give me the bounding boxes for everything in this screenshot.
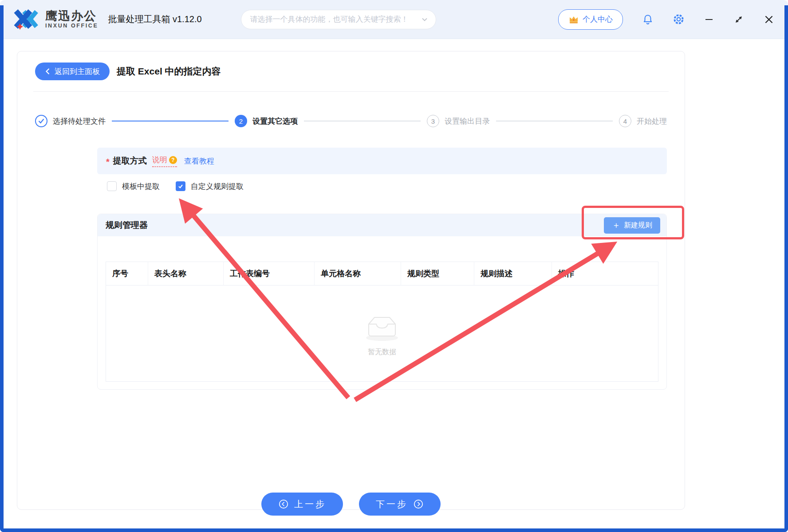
chevron-left-icon	[45, 68, 51, 75]
checkbox-template-extract[interactable]: 模板中提取	[107, 181, 160, 192]
step-label: 设置输出目录	[445, 116, 490, 126]
settings-gear-icon[interactable]	[673, 13, 685, 25]
rule-manager-body: 序号 表头名称 工作表编号 单元格名称 规则类型 规则描述 操作 暂无数据	[98, 236, 666, 389]
col-cell-name: 单元格名称	[315, 262, 401, 286]
step-connector	[496, 121, 613, 121]
step-label: 选择待处理文件	[53, 116, 106, 126]
checkbox-unchecked-icon	[107, 181, 117, 191]
step-connector	[304, 121, 421, 121]
circle-arrow-right-icon	[413, 499, 424, 509]
logo-x-icon	[13, 9, 41, 30]
step-check-icon	[35, 115, 47, 127]
rules-table-header: 序号 表头名称 工作表编号 单元格名称 规则类型 规则描述 操作	[106, 262, 658, 286]
new-rule-button[interactable]: ＋ 新建规则	[604, 217, 660, 234]
app-logo: 鹰迅办公 INXUN OFFICE	[13, 9, 98, 30]
step-number: 3	[427, 115, 439, 127]
question-badge-icon: ?	[169, 156, 177, 164]
circle-arrow-left-icon	[278, 499, 289, 509]
rules-table: 序号 表头名称 工作表编号 单元格名称 规则类型 规则描述 操作 暂无数据	[106, 262, 658, 382]
col-rule-type: 规则类型	[401, 262, 474, 286]
step-number: 2	[235, 115, 247, 127]
back-to-dashboard-button[interactable]: 返回到主面板	[35, 63, 110, 80]
maximize-button[interactable]	[733, 14, 744, 25]
checkbox-custom-rule-extract[interactable]: 自定义规则提取	[176, 181, 244, 192]
step-label: 开始处理	[637, 116, 667, 126]
user-center-label: 个人中心	[583, 14, 613, 24]
col-index: 序号	[106, 262, 148, 286]
view-tutorial-link[interactable]: 查看教程	[184, 156, 214, 166]
prev-step-button[interactable]: 上一步	[261, 493, 343, 516]
explanation-link[interactable]: 说明 ?	[152, 155, 177, 167]
step-start-process: 4 开始处理	[619, 115, 667, 127]
search-placeholder: 请选择一个具体的功能，也可输入关键字搜索！	[250, 14, 421, 24]
plus-icon: ＋	[612, 221, 620, 229]
checkbox-label: 自定义规则提取	[191, 181, 244, 192]
rule-manager-title: 规则管理器	[106, 219, 148, 231]
app-title: 批量处理工具箱 v1.12.0	[108, 13, 201, 25]
close-button[interactable]	[763, 14, 775, 25]
rule-manager-section: 规则管理器 ＋ 新建规则 序号 表头名称 工作表编号 单元格名称 规则类型 规则…	[97, 214, 667, 390]
minimize-button[interactable]	[704, 14, 714, 25]
wizard-stepper: 选择待处理文件 2 设置其它选项 3 设置输出目录 4 开始处理	[35, 115, 667, 127]
crown-icon	[568, 15, 579, 24]
page-title: 提取 Excel 中的指定内容	[117, 65, 221, 78]
checkbox-checked-icon	[176, 181, 185, 191]
next-step-button[interactable]: 下一步	[359, 493, 441, 516]
back-button-label: 返回到主面板	[55, 66, 100, 77]
panel-header: 返回到主面板 提取 Excel 中的指定内容	[33, 51, 669, 92]
step-other-options: 2 设置其它选项	[235, 115, 298, 127]
main-panel: 返回到主面板 提取 Excel 中的指定内容 选择待处理文件 2 设置其它选项 …	[17, 51, 685, 510]
empty-text: 暂无数据	[368, 348, 396, 357]
step-connector	[112, 121, 229, 121]
col-actions: 操作	[552, 262, 658, 286]
col-header-name: 表头名称	[148, 262, 224, 286]
prev-step-label: 上一步	[294, 498, 326, 510]
step-label: 设置其它选项	[252, 116, 298, 126]
user-center-button[interactable]: 个人中心	[558, 9, 623, 30]
chevron-down-icon	[421, 16, 429, 23]
extract-method-band: * 提取方式 说明 ? 查看教程	[97, 148, 667, 174]
required-asterisk: *	[106, 157, 110, 167]
empty-state: 暂无数据	[106, 286, 658, 381]
col-rule-desc: 规则描述	[474, 262, 552, 286]
step-output-dir: 3 设置输出目录	[427, 115, 490, 127]
step-number: 4	[619, 115, 631, 127]
function-search-select[interactable]: 请选择一个具体的功能，也可输入关键字搜索！	[241, 10, 436, 29]
brand-name: 鹰迅办公	[45, 10, 98, 22]
extract-options-row: 模板中提取 自定义规则提取	[107, 179, 667, 194]
notification-bell-icon[interactable]	[642, 14, 654, 25]
empty-inbox-icon	[362, 310, 402, 342]
next-step-label: 下一步	[376, 498, 408, 510]
wizard-footer: 上一步 下一步	[17, 493, 685, 516]
col-sheet-number: 工作表编号	[224, 262, 315, 286]
extract-method-label: 提取方式	[113, 155, 147, 167]
topbar: 鹰迅办公 INXUN OFFICE 批量处理工具箱 v1.12.0 请选择一个具…	[0, 0, 788, 39]
rule-manager-header: 规则管理器 ＋ 新建规则	[98, 214, 666, 236]
checkbox-label: 模板中提取	[122, 181, 160, 192]
step-select-files: 选择待处理文件	[35, 115, 106, 127]
brand-subtitle: INXUN OFFICE	[45, 23, 98, 29]
new-rule-label: 新建规则	[624, 221, 652, 230]
